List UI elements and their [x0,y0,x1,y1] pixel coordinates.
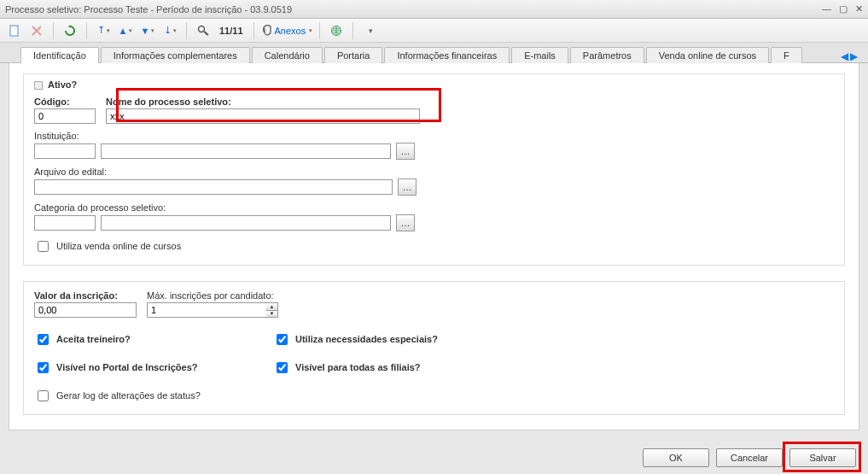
filiais-checkbox[interactable] [277,362,288,373]
log-label: Gerar log de alterações de status? [56,390,201,401]
new-button[interactable] [5,21,24,40]
globe-button[interactable] [327,21,346,40]
necessidades-checkbox[interactable] [277,334,288,345]
next-button[interactable]: ▼▾ [138,21,157,40]
chevron-up-icon[interactable]: ▲ [266,303,277,311]
nome-label: Nome do processo seletivo: [106,97,420,107]
categoria-name-field[interactable] [101,215,391,231]
nome-field[interactable] [106,108,420,124]
edital-browse-button[interactable]: … [398,178,417,196]
group-inscricao: Valor da inscrição: Máx. inscrições por … [23,281,845,415]
venda-online-label: Utiliza venda online de cursos [56,241,181,251]
log-checkbox[interactable] [38,390,49,401]
svg-point-3 [199,26,205,32]
last-button[interactable]: ⤓▾ [160,21,179,40]
main-toolbar: ⤒▾ ▲▾ ▼▾ ⤓▾ 11/11 Anexos ▾ ▾ [0,19,868,43]
tab-venda-online[interactable]: Venda online de cursos [646,47,769,63]
maximize-icon[interactable]: ▢ [839,3,848,14]
instituicao-lookup-button[interactable]: … [396,143,415,160]
chevron-down-icon: ▾ [309,27,312,34]
max-insc-field[interactable] [147,302,266,318]
tab-identificacao[interactable]: Identificação [20,47,99,63]
record-counter: 11/11 [216,26,247,36]
search-button[interactable] [194,21,213,40]
tab-info-complementares[interactable]: Informações complementares [101,47,250,63]
instituicao-label: Instituição: [34,131,834,141]
chevron-down-icon[interactable]: ▼ [266,311,277,318]
instituicao-name-field[interactable] [101,143,391,159]
window-controls: — ▢ ✕ [817,3,863,15]
tab-strip: Identificação Informações complementares… [0,43,868,63]
cancel-button[interactable]: Cancelar [716,448,783,467]
codigo-field[interactable] [34,108,96,124]
max-insc-label: Máx. inscrições por candidato: [147,290,283,301]
minimize-icon[interactable]: — [822,3,831,14]
tab-scroll-left-icon[interactable]: ◀ [841,50,848,62]
window-title: Processo seletivo: Processo Teste - Perí… [5,4,292,15]
refresh-button[interactable] [61,21,79,40]
venda-online-checkbox[interactable] [38,241,49,252]
instituicao-code-field[interactable] [34,143,96,159]
categoria-label: Categoria do processo seletivo: [34,202,834,213]
codigo-label: Código: [34,97,96,107]
delete-button[interactable] [27,21,46,40]
tab-info-financeiras[interactable]: Informações financeiras [384,47,510,63]
tab-scroll-right-icon[interactable]: ▶ [850,50,858,62]
valor-label: Valor da inscrição: [34,290,137,301]
button-bar: OK Cancelar Salvar [643,448,856,467]
categoria-code-field[interactable] [34,215,96,231]
treineiro-checkbox[interactable] [38,334,49,345]
title-bar: Processo seletivo: Processo Teste - Perí… [0,0,868,19]
portal-checkbox[interactable] [38,362,49,373]
paperclip-icon [261,25,273,37]
edital-field[interactable] [34,179,393,195]
tab-parametros[interactable]: Parâmetros [570,47,644,63]
ativo-label: Ativo? [48,79,77,90]
attachments-dropdown[interactable]: Anexos ▾ [261,25,313,37]
valor-field[interactable] [34,302,137,318]
tab-overflow[interactable]: F [771,47,802,63]
max-insc-stepper[interactable]: ▲▼ [266,302,278,318]
filiais-label: Visível para todas as filiais? [295,362,421,372]
ok-button[interactable]: OK [643,448,709,467]
close-icon[interactable]: ✕ [855,3,863,14]
necessidades-label: Utiliza necessidades especiais? [295,334,438,344]
expand-icon[interactable] [34,81,43,90]
categoria-lookup-button[interactable]: … [396,214,415,231]
prev-button[interactable]: ▲▾ [116,21,135,40]
edital-label: Arquivo do edital: [34,167,834,177]
chevron-down-toolbar[interactable]: ▾ [360,21,379,40]
treineiro-label: Aceita treineiro? [56,334,131,344]
tab-calendario[interactable]: Calendário [252,47,323,63]
tab-emails[interactable]: E-mails [511,47,568,63]
tab-page: Ativo? Código: Nome do processo seletivo… [9,63,859,430]
save-button[interactable]: Salvar [789,448,856,467]
tab-portaria[interactable]: Portaria [324,47,383,63]
attachments-label: Anexos [275,26,306,36]
first-button[interactable]: ⤒▾ [94,21,113,40]
portal-label: Visível no Portal de Inscrições? [56,362,197,372]
group-main: Ativo? Código: Nome do processo seletivo… [23,73,845,266]
